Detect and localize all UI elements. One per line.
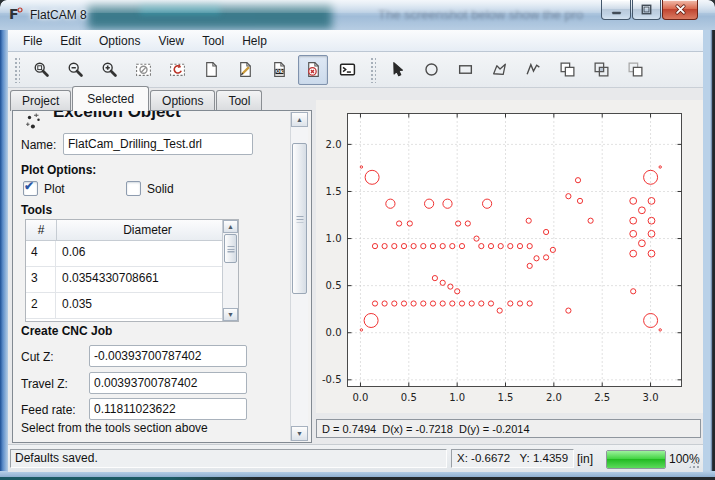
tools-table-header: # Diameter [26,220,238,241]
tab-options[interactable]: Options [150,90,215,111]
scroll-down-icon[interactable]: ▼ [291,426,308,441]
maximize-button[interactable] [632,0,661,20]
tools-hint-text: Select from the tools section above [21,421,208,435]
select-button[interactable] [382,55,412,85]
tool-row[interactable]: 30.0354330708661 [26,267,238,293]
union-button[interactable] [552,55,582,85]
scroll-up-icon[interactable]: ▲ [223,220,238,233]
zoom-in-button[interactable] [94,55,124,85]
zoom-fit-button[interactable] [26,55,56,85]
cut-z-label: Cut Z: [21,350,54,364]
select-icon [389,61,406,78]
tools-table-scrollbar[interactable]: ▲ ▼ [222,220,238,321]
draw-polygon-button[interactable] [484,55,514,85]
feed-rate-label: Feed rate: [21,403,76,417]
solid-checkbox[interactable] [126,181,141,196]
travel-z-input[interactable] [89,372,247,394]
draw-path-icon [525,61,542,78]
tab-tool[interactable]: Tool [216,90,262,111]
plot-checkbox[interactable] [23,181,38,196]
tools-table-body: 40.0630.035433070866120.035 [26,241,238,319]
tool-number: 2 [26,293,56,318]
close-button[interactable] [662,0,698,20]
menu-edit[interactable]: Edit [51,31,90,51]
svg-text:0.5: 0.5 [401,392,417,403]
svg-text:0.0: 0.0 [326,327,342,338]
svg-text:1.5: 1.5 [326,186,342,197]
tab-bar: ProjectSelectedOptionsTool [10,88,263,111]
units-label: [in] [577,452,593,466]
close [673,2,688,17]
svg-text:Ok: Ok [275,68,283,74]
client-area: FileEditOptionsViewToolHelp Ok ProjectSe… [8,30,703,471]
coord-y: Y: 1.4359 [519,452,568,464]
maximize [639,2,654,17]
window-border-left [0,30,8,472]
menu-file[interactable]: File [14,31,51,51]
name-input[interactable] [63,133,253,155]
plot-options-label: Plot Options: [21,163,96,177]
shell-button[interactable] [332,55,362,85]
minimize-button[interactable] [601,0,631,20]
delete-object-icon [305,61,322,78]
menu-view[interactable]: View [149,31,193,51]
shell-icon [339,61,356,78]
toolbar: Ok [8,52,703,88]
svg-text:0.0: 0.0 [353,392,369,403]
tool-row[interactable]: 20.035 [26,293,238,319]
save-object-icon: Ok [271,61,288,78]
title-bar[interactable]: The screenshot below show the pro F Flat… [0,0,715,31]
svg-text:3.0: 3.0 [643,392,659,403]
tools-scrollbar-thumb[interactable] [224,234,237,263]
tools-column-diameter[interactable]: Diameter [57,220,238,240]
feed-rate-input[interactable] [89,398,247,420]
panel-scrollbar[interactable]: ▲ ▼ [290,112,308,441]
clear-plot-button[interactable] [128,55,158,85]
cursor-coordinates: X: -0.6672 Y: 1.4359 [451,449,574,468]
flatcam-logo-icon: F [8,6,24,22]
name-label: Name: [21,138,56,152]
plot-canvas[interactable]: 0.00.51.01.52.02.53.0-0.50.00.51.01.52.0 [316,100,703,413]
scroll-down-icon[interactable]: ▼ [223,308,238,321]
delete-object-button[interactable] [298,55,328,85]
toolbar-drag-handle[interactable] [370,57,376,83]
menu-help[interactable]: Help [233,31,276,51]
tool-row[interactable]: 40.06 [26,241,238,267]
scroll-up-icon[interactable]: ▲ [291,112,308,127]
drill-plot[interactable]: 0.00.51.01.52.02.53.0-0.50.00.51.01.52.0 [316,100,703,413]
status-bar: Defaults saved. X: -0.6672 Y: 1.4359 [in… [8,444,703,472]
zoom-out-button[interactable] [60,55,90,85]
replot-button[interactable] [162,55,192,85]
draw-polygon-icon [491,61,508,78]
menu-options[interactable]: Options [90,31,149,51]
window-title: FlatCAM 8 [30,8,87,22]
svg-text:2.0: 2.0 [546,392,562,403]
clear-plot-icon [135,61,152,78]
draw-circle-button[interactable] [416,55,446,85]
edit-object-button[interactable] [230,55,260,85]
tab-project[interactable]: Project [10,90,71,111]
menu-tool[interactable]: Tool [193,31,233,51]
app-window: The screenshot below show the pro F Flat… [0,0,715,480]
status-message: Defaults saved. [10,449,447,468]
tab-selected[interactable]: Selected [72,86,149,111]
intersection-button[interactable] [586,55,616,85]
zoom-in-icon [101,61,118,78]
tools-table: # Diameter 40.0630.035433070866120.035 ▲… [25,219,239,322]
svg-text:2.0: 2.0 [326,139,342,150]
svg-text:1.0: 1.0 [449,392,465,403]
draw-path-button[interactable] [518,55,548,85]
save-object-button[interactable]: Ok [264,55,294,85]
svg-text:1.5: 1.5 [498,392,514,403]
draw-rectangle-button[interactable] [450,55,480,85]
tool-number: 3 [26,267,56,292]
cut-z-input[interactable] [89,345,247,367]
subtract-button[interactable] [620,55,650,85]
tools-column-number[interactable]: # [26,220,57,240]
union-icon [559,61,576,78]
new-object-button[interactable] [196,55,226,85]
toolbar-drag-handle[interactable] [14,57,20,83]
panel-scrollbar-thumb[interactable] [292,143,307,294]
subtract-icon [627,61,644,78]
progress-bar [606,450,666,469]
